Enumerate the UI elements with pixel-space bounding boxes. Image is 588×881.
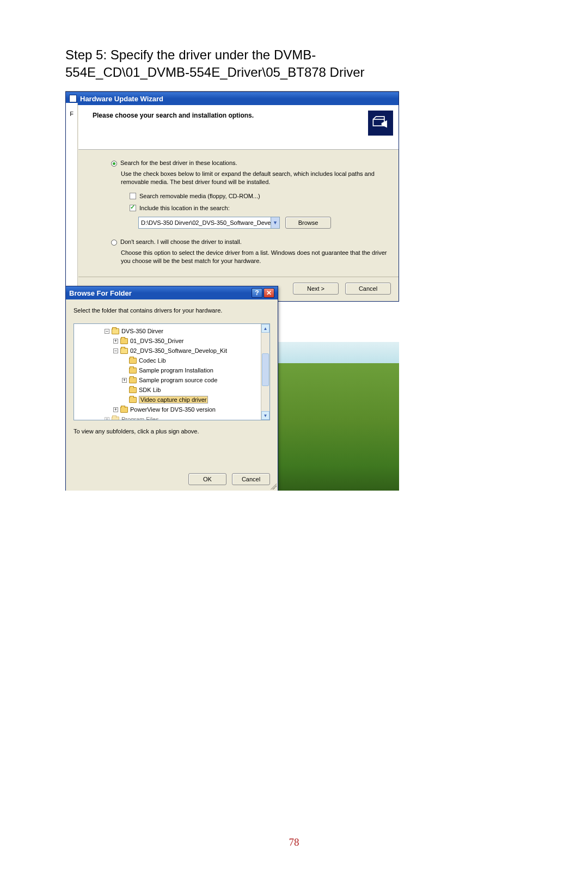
tree-label: DVS-350 Dirver	[121, 328, 163, 334]
expand-spacer	[122, 388, 127, 393]
browse-button[interactable]: Browse	[285, 217, 331, 229]
folder-icon	[120, 407, 128, 413]
option-search-best[interactable]: Search for the best driver in these loca…	[111, 160, 392, 167]
tree-node-video-capture[interactable]: Video capture chip driver	[75, 395, 260, 405]
tree-label: 02_DVS-350_Software_Develop_Kit	[130, 347, 227, 354]
driver-path-value: D:\DVS-350 Dirver\02_DVS-350_Software_De…	[139, 219, 271, 226]
close-button[interactable]: ✕	[264, 288, 274, 298]
folder-icon	[112, 417, 119, 420]
bff-title-text: Browse For Folder	[69, 289, 132, 297]
tree-label: SDK Lib	[139, 387, 161, 393]
scroll-up-icon[interactable]: ▲	[261, 324, 270, 333]
tree-label: Sample program source code	[139, 377, 217, 383]
folder-tree: − DVS-350 Dirver + 01_DVS-350_Driver − 0…	[74, 323, 270, 420]
wizard-title-text: Hardware Update Wizard	[80, 95, 163, 103]
resize-grip-icon[interactable]	[270, 483, 277, 490]
bff-hint: To view any subfolders, click a plus sig…	[66, 420, 278, 435]
folder-icon	[129, 368, 137, 374]
expand-icon[interactable]: −	[105, 329, 109, 334]
checkbox-include-row[interactable]: Include this location in the search:	[130, 205, 396, 211]
expand-spacer	[122, 358, 127, 363]
wizard-cancel-button[interactable]: Cancel	[345, 283, 391, 295]
expand-icon[interactable]: −	[113, 348, 118, 353]
bff-instruction: Select the folder that contains drivers …	[66, 299, 278, 318]
next-button[interactable]: Next >	[293, 283, 339, 295]
folder-icon	[120, 348, 128, 354]
option-search-best-label: Search for the best driver in these loca…	[120, 160, 237, 166]
scroll-down-icon[interactable]: ▼	[261, 411, 270, 420]
option-search-best-desc: Use the check boxes below to limit or ex…	[121, 170, 396, 186]
combo-dropdown-icon[interactable]: ▼	[271, 217, 279, 228]
checkbox-removable-label: Search removable media (floppy, CD-ROM..…	[139, 193, 260, 199]
folder-tree-list[interactable]: − DVS-350 Dirver + 01_DVS-350_Driver − 0…	[74, 324, 261, 420]
radio-dont-search[interactable]	[111, 240, 117, 246]
tree-label: PowerView for DVS-350 version	[130, 406, 216, 413]
tree-label-selected: Video capture chip driver	[139, 396, 208, 403]
folder-icon	[129, 397, 137, 403]
tree-label: Program Files	[121, 416, 158, 420]
expand-spacer	[122, 368, 127, 373]
scroll-track[interactable]	[261, 333, 270, 411]
help-button[interactable]: ?	[252, 288, 262, 298]
wizard-header-text: Please choose your search and installati…	[93, 112, 254, 119]
tree-label: Codec Lib	[139, 357, 166, 364]
folder-icon	[129, 358, 137, 364]
tree-node-02-sdk[interactable]: − 02_DVS-350_Software_Develop_Kit	[75, 346, 260, 356]
page-number: 78	[0, 836, 588, 848]
expand-spacer	[122, 397, 127, 402]
expand-icon[interactable]: +	[113, 407, 118, 412]
expand-icon[interactable]: +	[105, 417, 109, 420]
bff-titlebar[interactable]: Browse For Folder ? ✕	[66, 286, 278, 299]
checkbox-include[interactable]	[130, 205, 136, 211]
checkbox-include-label: Include this location in the search:	[139, 205, 230, 211]
folder-icon	[129, 377, 137, 383]
screenshot: Hardware Update Wizard F Please choose y…	[65, 91, 399, 491]
wizard-titlebar[interactable]: Hardware Update Wizard	[66, 92, 399, 105]
browse-for-folder-dialog: Browse For Folder ? ✕ Select the folder …	[65, 286, 278, 491]
driver-path-combo[interactable]: D:\DVS-350 Dirver\02_DVS-350_Software_De…	[138, 217, 280, 229]
expand-icon[interactable]: +	[113, 339, 118, 344]
tree-node-powerview[interactable]: + PowerView for DVS-350 version	[75, 405, 260, 414]
tree-node-sdk-lib[interactable]: SDK Lib	[75, 385, 260, 395]
radio-search-best[interactable]	[111, 161, 117, 167]
tree-node-program-files[interactable]: + Program Files	[75, 414, 260, 420]
tree-node-sample-source[interactable]: + Sample program source code	[75, 375, 260, 385]
tree-label: 01_DVS-350_Driver	[130, 338, 183, 344]
option-dont-search-desc: Choose this option to select the device …	[121, 249, 396, 265]
option-dont-search[interactable]: Don't search. I will choose the driver t…	[111, 238, 392, 246]
page-title: Step 5: Specify the driver under the DVM…	[65, 46, 436, 82]
wizard-header-icon	[368, 111, 393, 136]
folder-icon	[120, 338, 128, 344]
hardware-update-wizard: Hardware Update Wizard F Please choose y…	[65, 91, 399, 302]
tree-node-01-driver[interactable]: + 01_DVS-350_Driver	[75, 336, 260, 346]
folder-icon	[129, 387, 137, 393]
option-dont-search-label: Don't search. I will choose the driver t…	[120, 238, 242, 245]
tree-scrollbar[interactable]: ▲ ▼	[261, 324, 270, 420]
tree-node-sample-install[interactable]: Sample program Installation	[75, 365, 260, 375]
expand-icon[interactable]: +	[122, 378, 127, 383]
tree-node-codec-lib[interactable]: Codec Lib	[75, 356, 260, 365]
bff-cancel-button[interactable]: Cancel	[232, 473, 270, 485]
folder-icon	[112, 328, 119, 334]
wizard-window-icon	[69, 95, 77, 102]
checkbox-removable-row[interactable]: Search removable media (floppy, CD-ROM..…	[130, 193, 396, 199]
tree-label: Sample program Installation	[139, 367, 213, 374]
ok-button[interactable]: OK	[188, 473, 226, 485]
wizard-body: Search for the best driver in these loca…	[78, 150, 399, 277]
wizard-header: Please choose your search and installati…	[78, 105, 399, 150]
checkbox-removable[interactable]	[130, 193, 136, 199]
scroll-thumb[interactable]	[262, 353, 269, 386]
tree-node-dvs350-dirver[interactable]: − DVS-350 Dirver	[75, 326, 260, 336]
